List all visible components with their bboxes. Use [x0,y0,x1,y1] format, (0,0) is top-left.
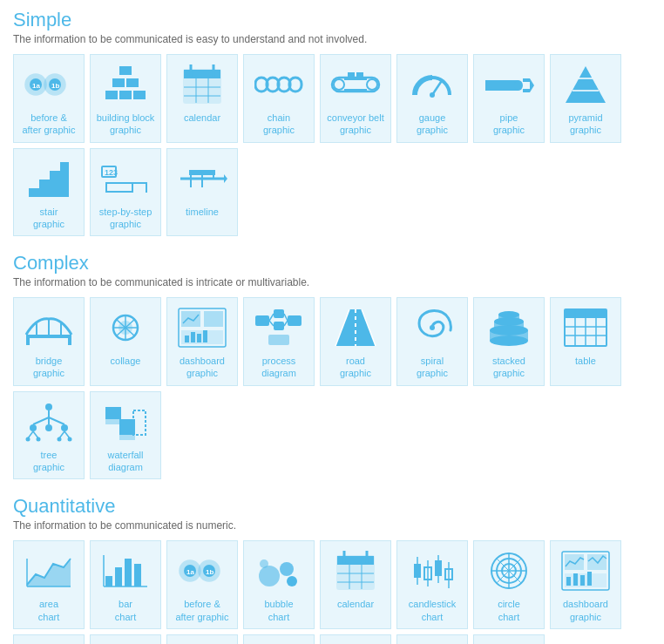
svg-text:1b: 1b [51,82,59,90]
pipe-label: pipegraphic [493,112,525,137]
svg-rect-131 [115,567,122,586]
pipe-icon [483,62,535,107]
svg-rect-176 [587,572,592,586]
timeline-label: timeline [186,206,219,218]
pyramid-icon [559,62,612,107]
before-after-q-label: before &after graphic [175,598,228,623]
dashboard-label: dashboardgraphic [180,355,225,380]
item-circle-chart[interactable]: circlechart [473,540,545,629]
quantitative-title: Quantitative [13,495,651,518]
item-tree[interactable]: treegraphic [13,391,85,480]
circle-chart-icon [483,548,535,593]
item-spiral[interactable]: spiralgraphic [396,297,468,386]
stair-icon [23,156,75,201]
svg-point-98 [498,311,519,318]
item-bar-chart[interactable]: barchart [90,540,161,629]
road-icon [329,305,382,350]
svg-line-85 [284,321,288,326]
item-table-q[interactable]: table [473,634,545,644]
item-stair[interactable]: stairgraphic [13,148,85,237]
pyramid-label: pyramidgraphic [568,112,602,137]
before-after-label: before &after graphic [22,112,75,137]
item-pie-chart[interactable]: piechart [243,634,315,644]
item-process-diagram[interactable]: processdiagram [243,297,315,386]
timeline-icon [176,156,228,201]
svg-rect-159 [435,560,442,576]
item-step-by-step[interactable]: 1 2 3 step-by-stepgraphic [90,148,161,237]
svg-rect-35 [523,78,530,82]
svg-point-112 [45,424,52,431]
svg-rect-36 [523,89,530,92]
svg-rect-7 [112,78,125,87]
calendar-q-icon [329,548,382,593]
item-bubble-chart[interactable]: bubblechart [243,540,315,629]
quantitative-section: Quantitative The information to be commu… [13,495,651,644]
item-calendar-simple[interactable]: calendar [166,54,238,143]
svg-point-117 [37,437,41,441]
item-bridge[interactable]: bridgegraphic [13,297,85,386]
svg-point-106 [45,403,52,410]
svg-point-144 [287,576,297,586]
stacked-label: stackedgraphic [492,355,525,380]
svg-rect-56 [189,170,215,175]
svg-rect-33 [485,80,518,91]
calendar-q-label: calendar [337,598,374,610]
item-collage[interactable]: collage [90,297,161,386]
svg-rect-50 [105,191,132,193]
item-point-chart[interactable]: pointchart [320,634,391,644]
tree-label: treegraphic [33,449,64,474]
complex-title: Complex [13,252,651,275]
dashboard-q-label: dashboardgraphic [563,598,608,623]
before-after-icon: 1a 1b [23,62,75,107]
bridge-label: bridgegraphic [33,355,64,380]
item-pareto-chart[interactable]: paretochart [166,634,238,644]
svg-rect-42 [39,180,50,197]
svg-rect-72 [204,311,223,327]
svg-line-108 [33,417,49,424]
collage-label: collage [111,355,141,367]
item-table-complex[interactable]: table [550,297,621,386]
item-dashboard[interactable]: dashboardgraphic [166,297,238,386]
svg-rect-41 [29,188,39,197]
item-gantt[interactable]: ganttchart [13,634,85,644]
bridge-icon [23,305,75,350]
item-line-chart[interactable]: linechart [90,634,161,644]
item-candlestick[interactable]: candlestickchart [396,540,468,629]
svg-rect-10 [119,91,132,99]
item-gauge[interactable]: gaugegraphic [396,54,468,143]
item-chain[interactable]: chaingraphic [243,54,315,143]
item-calendar-q[interactable]: calendar [320,540,391,629]
svg-text:1a: 1a [186,568,194,576]
bubble-chart-label: bubblechart [264,598,293,623]
bar-chart-label: barchart [115,598,136,623]
building-block-label: building blockgraphic [97,112,155,137]
building-block-icon [99,62,152,107]
svg-point-120 [58,437,62,441]
svg-line-84 [284,314,288,321]
table-complex-label: table [575,355,596,367]
item-area-chart[interactable]: areachart [13,540,85,629]
item-timeline[interactable]: timeline [166,148,238,237]
item-road[interactable]: roadgraphic [320,297,391,386]
svg-point-116 [26,437,30,441]
item-pipe[interactable]: pipegraphic [473,54,545,143]
simple-grid: 1a 1b before &after graphic [13,54,651,236]
calendar-simple-icon [176,62,228,107]
svg-rect-122 [105,407,121,419]
calendar-simple-label: calendar [184,112,220,124]
item-pyramid[interactable]: pyramidgraphic [550,54,621,143]
complex-section: Complex The information to be communicat… [13,252,651,479]
item-building-block[interactable]: building blockgraphic [90,54,161,143]
item-conveyor-belt[interactable]: conveyor beltgraphic [320,54,391,143]
item-radar-chart[interactable]: radarchart [396,634,468,644]
dashboard-q-icon [559,548,612,593]
item-stacked[interactable]: stackedgraphic [473,297,545,386]
item-waterfall[interactable]: waterfalldiagram [90,391,161,480]
svg-rect-79 [274,309,284,318]
item-before-after[interactable]: 1a 1b before &after graphic [13,54,85,143]
item-dashboard-q[interactable]: dashboardgraphic [550,540,621,629]
item-before-after-q[interactable]: 1a 1b before &after graphic [166,540,238,629]
svg-marker-37 [530,78,534,92]
svg-point-113 [61,424,68,431]
collage-icon [99,305,152,350]
